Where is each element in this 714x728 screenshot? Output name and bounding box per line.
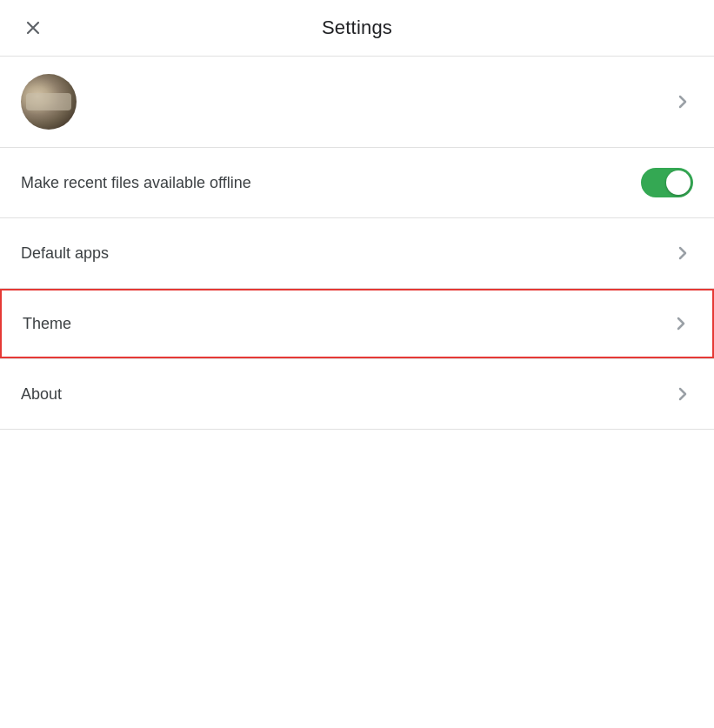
divider-6 — [0, 429, 714, 430]
close-icon — [23, 17, 43, 38]
profile-left — [21, 74, 77, 130]
settings-header: Settings — [0, 0, 714, 56]
theme-chevron-icon — [671, 313, 691, 334]
about-item[interactable]: About — [0, 359, 714, 429]
default-apps-item[interactable]: Default apps — [0, 218, 714, 288]
offline-toggle[interactable] — [641, 168, 693, 197]
offline-toggle-container[interactable] — [641, 168, 693, 197]
theme-label: Theme — [23, 315, 71, 333]
offline-label: Make recent files available offline — [21, 174, 251, 192]
default-apps-chevron-icon — [672, 243, 693, 264]
default-apps-label: Default apps — [21, 244, 109, 263]
close-button[interactable] — [17, 12, 49, 43]
theme-left: Theme — [23, 315, 71, 333]
about-chevron-icon — [672, 384, 693, 404]
default-apps-left: Default apps — [21, 244, 109, 263]
profile-item[interactable] — [0, 57, 714, 147]
about-left: About — [21, 385, 62, 404]
toggle-knob — [666, 170, 691, 195]
offline-item: Make recent files available offline — [0, 148, 714, 217]
about-label: About — [21, 385, 62, 404]
theme-item[interactable]: Theme — [0, 289, 714, 358]
avatar — [21, 74, 77, 130]
page-title: Settings — [322, 17, 392, 39]
profile-chevron-icon — [672, 91, 693, 112]
